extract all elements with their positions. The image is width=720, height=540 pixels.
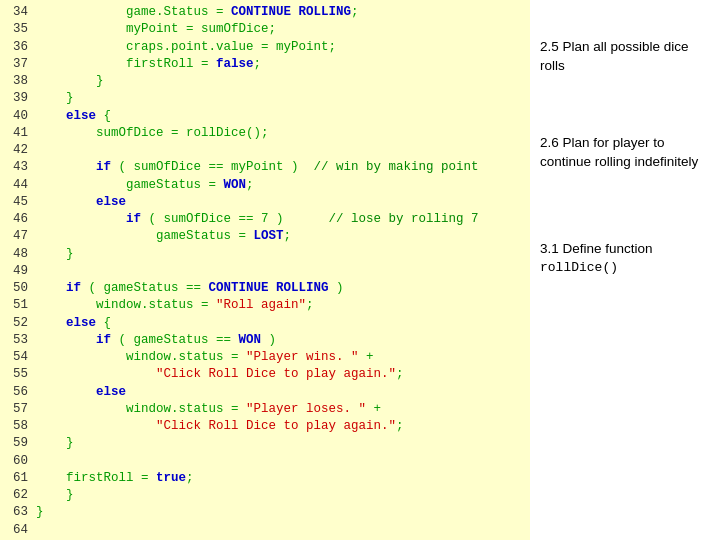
- code-line-48: 48 }: [0, 246, 530, 263]
- code-line-63: 63 }: [0, 504, 530, 521]
- code-line-39: 39 }: [0, 90, 530, 107]
- code-line-45: 45 else: [0, 194, 530, 211]
- code-line-49: 49: [0, 263, 530, 280]
- code-line-58: 58 "Click Roll Dice to play again.";: [0, 418, 530, 435]
- code-line-60: 60: [0, 453, 530, 470]
- note-title-26: 2.6 Plan for player to continue rolling …: [540, 134, 710, 172]
- note-title-25: 2.5 Plan all possible dice rolls: [540, 38, 710, 76]
- code-panel: 34 game.Status = CONTINUE ROLLING; 35 my…: [0, 0, 530, 540]
- code-line-34: 34 game.Status = CONTINUE ROLLING;: [0, 4, 530, 21]
- code-line-51: 51 window.status = "Roll again";: [0, 297, 530, 314]
- code-line-53: 53 if ( gameStatus == WON ): [0, 332, 530, 349]
- note-block-31: 3.1 Define function rollDice(): [540, 240, 710, 276]
- code-line-59: 59 }: [0, 435, 530, 452]
- code-line-43: 43 if ( sumOfDice == myPoint ) // win by…: [0, 159, 530, 176]
- note-code-31: rollDice(): [540, 260, 710, 275]
- code-line-61: 61 firstRoll = true;: [0, 470, 530, 487]
- code-line-40: 40 else {: [0, 108, 530, 125]
- notes-panel: 2.5 Plan all possible dice rolls 2.6 Pla…: [530, 0, 720, 540]
- code-line-36: 36 craps.point.value = myPoint;: [0, 39, 530, 56]
- note-block-25: 2.5 Plan all possible dice rolls: [540, 38, 710, 78]
- note-title-31: 3.1 Define function: [540, 240, 710, 259]
- code-line-62: 62 }: [0, 487, 530, 504]
- code-line-44: 44 gameStatus = WON;: [0, 177, 530, 194]
- code-line-57: 57 window.status = "Player loses. " +: [0, 401, 530, 418]
- code-line-55: 55 "Click Roll Dice to play again.";: [0, 366, 530, 383]
- code-line-46: 46 if ( sumOfDice == 7 ) // lose by roll…: [0, 211, 530, 228]
- code-line-52: 52 else {: [0, 315, 530, 332]
- code-line-50: 50 if ( gameStatus == CONTINUE ROLLING ): [0, 280, 530, 297]
- code-line-38: 38 }: [0, 73, 530, 90]
- code-line-64: 64: [0, 522, 530, 539]
- code-line-47: 47 gameStatus = LOST;: [0, 228, 530, 245]
- code-line-54: 54 window.status = "Player wins. " +: [0, 349, 530, 366]
- note-block-26: 2.6 Plan for player to continue rolling …: [540, 134, 710, 174]
- code-line-42: 42: [0, 142, 530, 159]
- code-line-56: 56 else: [0, 384, 530, 401]
- code-line-41: 41 sumOfDice = rollDice();: [0, 125, 530, 142]
- code-line-37: 37 firstRoll = false;: [0, 56, 530, 73]
- code-line-35: 35 myPoint = sumOfDice;: [0, 21, 530, 38]
